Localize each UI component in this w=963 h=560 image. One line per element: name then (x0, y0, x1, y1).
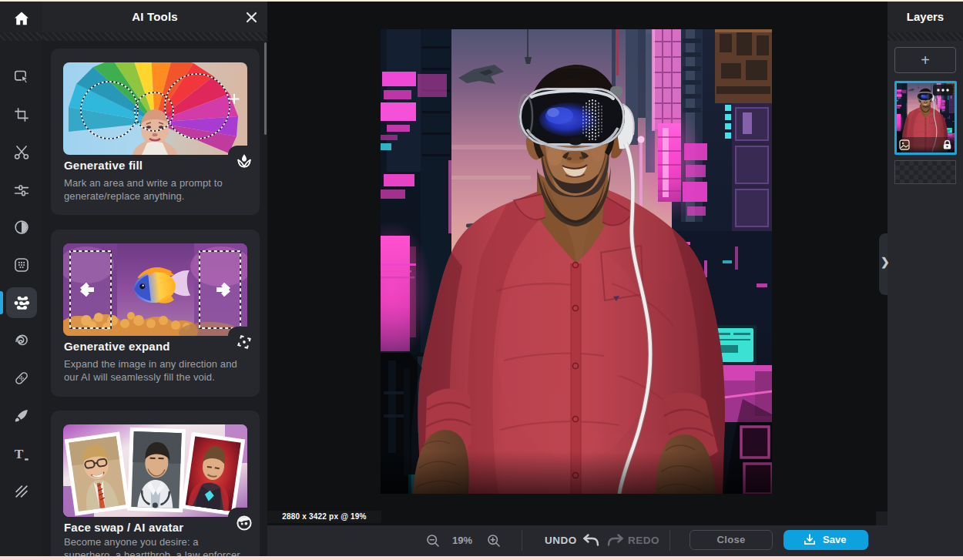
svg-text:T: T (15, 446, 24, 461)
